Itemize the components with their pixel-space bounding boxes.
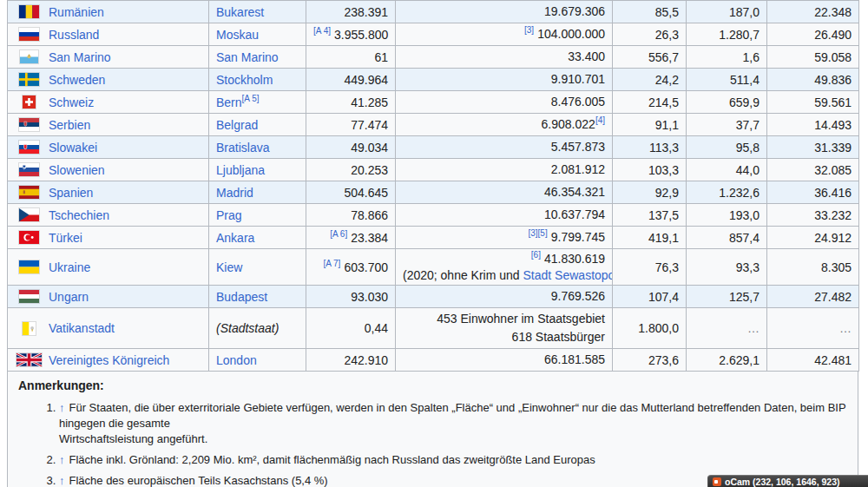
capital-link[interactable]: Bukarest: [216, 5, 264, 19]
gdp-per-capita-cell: 49.836: [767, 69, 859, 91]
country-link[interactable]: Vereinigtes Königreich: [49, 353, 169, 367]
population-number: 9.910.701: [551, 72, 605, 86]
country-cell-content: Ungarn: [15, 290, 201, 304]
capital-cell: Madrid: [209, 181, 306, 204]
capital-cell: Moskau: [209, 23, 306, 46]
footnote-ref[interactable]: [A 7]: [323, 259, 340, 268]
density-cell: 85,5: [613, 1, 687, 23]
capital-link[interactable]: San Marino: [216, 50, 279, 64]
capital-link[interactable]: Ankara: [216, 231, 254, 245]
gdp-per-capita-cell: 36.416: [767, 181, 859, 204]
population-number: 6.908.022: [542, 117, 595, 131]
table-row: TschechienPrag78.86610.637.794137,5193,0…: [8, 204, 859, 227]
country-link[interactable]: Russland: [49, 28, 99, 42]
sewastopol-link[interactable]: Stadt Sewastopol: [523, 268, 613, 282]
population-cell: 453 Einwohner im Staatsgebiet618 Staatsb…: [396, 308, 613, 349]
population-value: 6.908.022[4]: [403, 116, 605, 133]
table-row: TürkeiAnkara[A 6]23.384[3][5]9.799.74541…: [8, 227, 859, 249]
footnote-ref[interactable]: [A 4]: [313, 26, 331, 36]
density-cell: 273,6: [613, 349, 687, 372]
footnote-ref[interactable]: [3]: [524, 25, 534, 35]
table-row: RusslandMoskau[A 4]3.955.800[3]104.000.0…: [8, 23, 859, 46]
country-link[interactable]: San Marino: [49, 50, 111, 64]
country-link[interactable]: Schweden: [49, 73, 105, 87]
area-cell: 93.030: [306, 286, 396, 308]
country-table: RumänienBukarest238.39119.679.30685,5187…: [7, 0, 859, 372]
country-cell: Ukraine: [8, 249, 209, 286]
capital-link[interactable]: Bern: [216, 95, 242, 109]
note-text: Fläche des europäischen Teils Kasachstan…: [69, 474, 328, 487]
capital-cell: Bern[A 5]: [209, 91, 306, 114]
country-link[interactable]: Ukraine: [49, 260, 90, 274]
capital-cell: Bratislava: [209, 136, 306, 159]
flag-united-kingdom-icon: [15, 353, 43, 366]
area-value: 61: [374, 50, 388, 64]
capital-link[interactable]: Ljubljana: [216, 163, 265, 177]
country-table-body: RumänienBukarest238.39119.679.30685,5187…: [8, 1, 859, 372]
country-link[interactable]: Slowenien: [49, 163, 105, 177]
gdp-per-capita-cell: 59.561: [767, 91, 859, 114]
area-value: 23.384: [351, 231, 388, 245]
country-link[interactable]: Spanien: [49, 186, 93, 200]
population-number: 9.799.745: [551, 230, 605, 244]
capital-link[interactable]: Bratislava: [216, 141, 269, 155]
capital-link[interactable]: Kiew: [216, 260, 242, 274]
capital-link[interactable]: Stockholm: [216, 73, 273, 87]
country-cell: Türkei: [8, 227, 209, 249]
capital-link[interactable]: Prag: [216, 208, 242, 222]
gdp-per-capita-cell: 42.481: [767, 349, 859, 372]
note-text: Für Staaten, die über exterritoriale Geb…: [59, 401, 845, 430]
footnote-ref[interactable]: [3][5]: [528, 228, 547, 238]
capital-link[interactable]: Belgrad: [216, 118, 258, 132]
country-link[interactable]: Ungarn: [49, 290, 89, 304]
capital-link[interactable]: Madrid: [216, 186, 253, 200]
gdp-per-capita-cell: 24.912: [767, 227, 859, 249]
footnote-ref[interactable]: [6]: [531, 250, 541, 260]
ocam-titlebar[interactable]: oCam (232, 106, 1646, 923): [707, 475, 868, 487]
capital-link[interactable]: Moskau: [216, 28, 259, 42]
density-cell: 137,5: [613, 204, 687, 227]
country-link[interactable]: Tschechien: [49, 208, 109, 222]
population-value: 2.081.912: [403, 161, 605, 178]
country-link[interactable]: Rumänien: [49, 5, 104, 19]
country-link[interactable]: Slowakei: [49, 141, 97, 155]
population-cell: 33.400: [396, 46, 613, 69]
country-link[interactable]: Serbien: [49, 118, 90, 132]
gdp-cell: 2.629,1: [687, 349, 767, 372]
area-cell: 242.910: [306, 349, 396, 372]
table-row: San MarinoSan Marino6133.400556,71,659.0…: [8, 46, 859, 69]
population-cell: [6]41.830.619(2020; ohne Krim und Stadt …: [396, 249, 613, 286]
backref-arrow-link[interactable]: ↑: [59, 401, 65, 414]
area-cell: 0,44: [306, 308, 396, 349]
area-cell: [A 4]3.955.800: [306, 23, 396, 46]
backref-arrow-link[interactable]: ↑: [59, 474, 65, 487]
flag-ukraine-icon: [15, 260, 43, 273]
capital-link[interactable]: London: [216, 353, 257, 367]
density-cell: 107,4: [613, 286, 687, 308]
table-row: SerbienBelgrad77.4746.908.022[4]91,137,7…: [8, 114, 859, 136]
country-cell: Vatikanstadt: [8, 308, 209, 349]
gdp-cell: 1.232,6: [687, 181, 767, 204]
population-number: 8.476.005: [551, 95, 605, 109]
annotation-item: ↑Fläche inkl. Grönland: 2,209 Mio. km², …: [59, 452, 847, 468]
capital-link[interactable]: Budapest: [216, 290, 267, 304]
gdp-per-capita-cell: 32.085: [767, 159, 859, 181]
flag-san-marino-icon: [15, 50, 43, 63]
area-cell: 238.391: [306, 1, 396, 23]
population-number: 41.830.619: [544, 252, 605, 266]
footnote-ref[interactable]: [4]: [595, 115, 605, 125]
country-link[interactable]: Türkei: [49, 231, 82, 245]
population-value: 8.476.005: [403, 94, 605, 110]
country-cell-content: Spanien: [15, 186, 201, 200]
country-link[interactable]: Schweiz: [49, 95, 94, 109]
gdp-cell: 857,4: [687, 227, 767, 249]
country-cell: Slowenien: [8, 159, 209, 181]
footnote-ref[interactable]: [A 5]: [242, 94, 260, 103]
backref-arrow-link[interactable]: ↑: [59, 453, 65, 466]
footnote-ref[interactable]: [A 6]: [330, 229, 347, 239]
country-link[interactable]: Vatikanstadt: [49, 321, 115, 335]
country-cell-content: Türkei: [15, 231, 201, 245]
area-value: 20.253: [351, 163, 388, 177]
country-cell-content: Slowenien: [15, 163, 201, 177]
capital-cell: Kiew: [209, 249, 306, 286]
